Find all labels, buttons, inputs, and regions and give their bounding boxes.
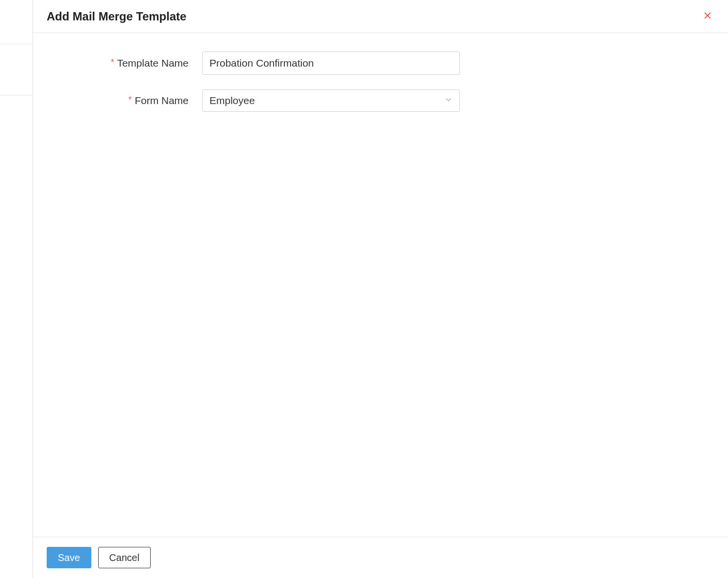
- modal-footer: Save Cancel: [33, 537, 728, 578]
- template-name-input[interactable]: [202, 52, 460, 75]
- form-name-label-wrap: * Form Name: [47, 95, 202, 106]
- save-button[interactable]: Save: [47, 547, 91, 568]
- form-name-select-wrap: Employee: [202, 89, 460, 112]
- close-button[interactable]: [701, 9, 714, 24]
- modal-header: Add Mail Merge Template: [33, 0, 728, 33]
- page-wrapper: Add Mail Merge Template * Template Name: [0, 0, 728, 578]
- form-name-select[interactable]: Employee: [202, 89, 460, 112]
- modal-body: * Template Name * Form Name Employee: [33, 33, 728, 537]
- template-name-row: * Template Name: [47, 52, 714, 75]
- cancel-button[interactable]: Cancel: [98, 547, 151, 568]
- close-icon: [703, 11, 712, 22]
- template-name-label: Template Name: [117, 57, 189, 69]
- modal-title: Add Mail Merge Template: [47, 10, 187, 23]
- left-sidebar-stub: [0, 0, 33, 578]
- template-name-label-wrap: * Template Name: [47, 57, 202, 69]
- form-name-label: Form Name: [135, 95, 189, 106]
- modal-panel: Add Mail Merge Template * Template Name: [33, 0, 728, 578]
- form-name-row: * Form Name Employee: [47, 89, 714, 112]
- required-asterisk: *: [111, 58, 114, 67]
- template-name-control: [202, 52, 460, 75]
- form-name-selected-value: Employee: [209, 95, 255, 106]
- required-asterisk: *: [128, 95, 132, 104]
- form-name-control: Employee: [202, 89, 460, 112]
